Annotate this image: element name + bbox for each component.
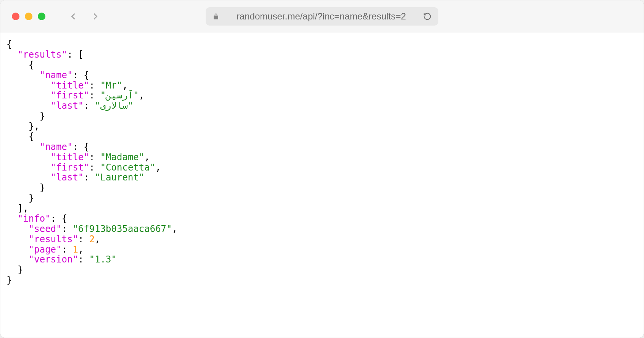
- window-controls: [12, 13, 45, 20]
- json-value: آرسین: [106, 90, 133, 101]
- back-button[interactable]: [68, 11, 79, 22]
- url-text: randomuser.me/api/?inc=name&results=2: [224, 11, 419, 22]
- page-content: { "results": [ { "name": { "title": "Mr"…: [0, 32, 644, 338]
- json-value: 2: [89, 234, 95, 245]
- url-bar[interactable]: randomuser.me/api/?inc=name&results=2: [206, 7, 438, 26]
- browser-window: randomuser.me/api/?inc=name&results=2 { …: [0, 0, 644, 338]
- close-window-button[interactable]: [12, 13, 19, 20]
- forward-button[interactable]: [90, 11, 100, 22]
- maximize-window-button[interactable]: [38, 13, 45, 20]
- lock-icon: [213, 13, 219, 20]
- browser-titlebar: randomuser.me/api/?inc=name&results=2: [0, 0, 644, 32]
- nav-buttons: [68, 11, 100, 22]
- json-value: Mr: [106, 80, 117, 91]
- chevron-left-icon: [69, 12, 78, 21]
- json-value: Laurent: [100, 172, 139, 183]
- json-value: 6f913b035aaca667: [78, 224, 166, 234]
- json-body: { "results": [ { "name": { "title": "Mr"…: [6, 39, 638, 285]
- json-value: Madame: [106, 152, 139, 163]
- json-value: 1.3: [95, 254, 111, 265]
- json-value: Concetta: [106, 162, 150, 173]
- chevron-right-icon: [91, 12, 99, 21]
- json-value: 1: [72, 244, 78, 255]
- reload-icon[interactable]: [423, 12, 431, 21]
- minimize-window-button[interactable]: [25, 13, 32, 20]
- json-value: سالاری: [100, 100, 128, 111]
